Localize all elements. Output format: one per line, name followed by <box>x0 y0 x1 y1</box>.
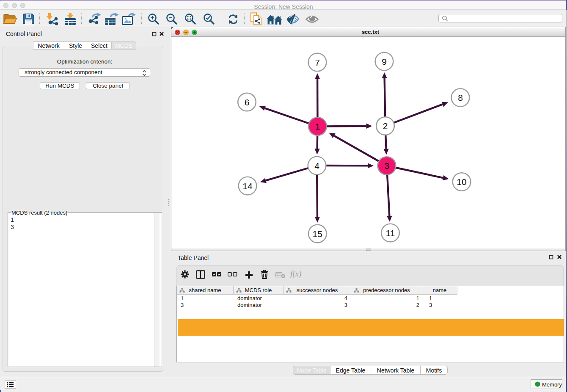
svg-text:4: 4 <box>314 161 319 171</box>
svg-text:14: 14 <box>242 181 253 191</box>
svg-text:15: 15 <box>313 229 322 239</box>
svg-text:2: 2 <box>383 121 388 131</box>
svg-text:7: 7 <box>315 58 320 67</box>
svg-text:10: 10 <box>457 177 466 187</box>
svg-text:11: 11 <box>386 228 395 238</box>
svg-text:9: 9 <box>382 57 387 66</box>
svg-text:6: 6 <box>245 97 250 107</box>
svg-text:1: 1 <box>315 121 320 131</box>
svg-text:8: 8 <box>458 93 463 102</box>
svg-text:3: 3 <box>384 161 389 171</box>
